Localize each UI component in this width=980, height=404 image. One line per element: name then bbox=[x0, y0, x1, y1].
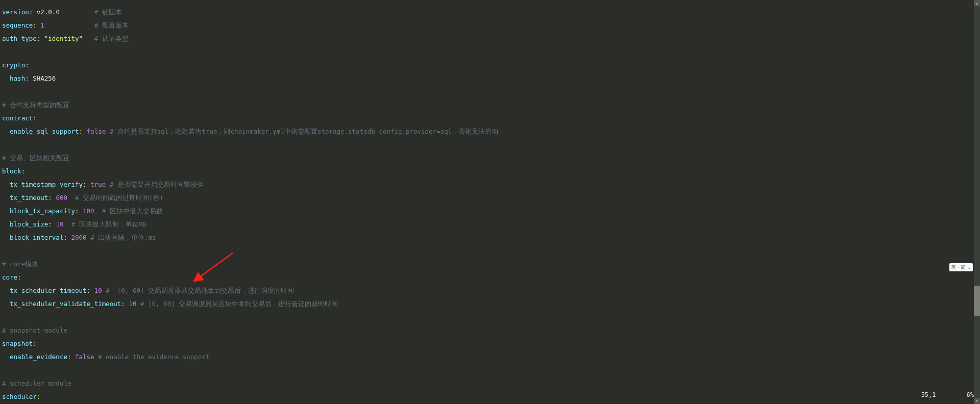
status-line-col: 55,1 bbox=[921, 392, 936, 398]
scrollbar[interactable]: ▴ ▾ bbox=[974, 0, 980, 404]
status-percent: 6% bbox=[967, 392, 974, 398]
yaml-editor[interactable]: version: v2.0.0 # 链版本 sequence: 1 # 配置版本… bbox=[0, 0, 980, 404]
scroll-down-icon[interactable]: ▾ bbox=[974, 398, 980, 404]
scrollbar-thumb[interactable] bbox=[974, 286, 980, 316]
comment: # 链版本 bbox=[94, 8, 122, 16]
scroll-up-icon[interactable]: ▴ bbox=[974, 0, 980, 6]
ime-indicator[interactable]: 英 ⸱ 简 ⌄ bbox=[949, 263, 973, 271]
status-bar: 55,1 6% bbox=[921, 391, 974, 398]
yaml-key: version bbox=[2, 8, 29, 16]
